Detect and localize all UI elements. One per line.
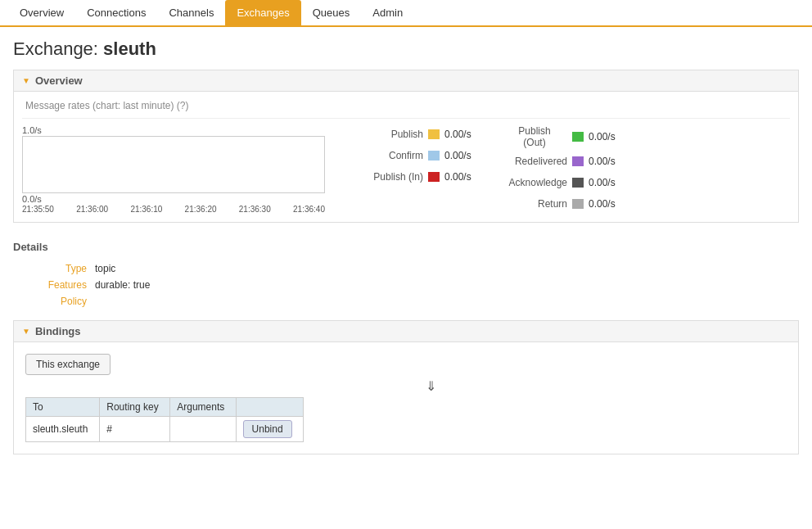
rate-row-confirm: Confirm 0.00/s	[358, 147, 477, 165]
rate-label-publish-out: Publish(Out)	[502, 125, 567, 149]
rate-label-publish: Publish	[358, 129, 423, 140]
bindings-col-to: To	[26, 398, 100, 417]
details-key-features: Features	[21, 279, 87, 291]
rate-color-publish-in	[428, 172, 440, 182]
rate-label-publish-in: Publish (In)	[358, 171, 423, 183]
overview-section-header: ▼ Overview	[14, 70, 798, 92]
nav-connections[interactable]: Connections	[75, 0, 157, 25]
rate-color-redelivered	[572, 156, 584, 166]
page-content: Exchange: sleuth ▼ Overview Message rate…	[0, 27, 812, 477]
overview-triangle: ▼	[22, 76, 30, 85]
rate-row-redelivered: Redelivered 0.00/s	[502, 152, 621, 170]
rate-row-publish-out: Publish(Out) 0.00/s	[502, 125, 621, 149]
bindings-col-action	[236, 398, 303, 417]
nav-overview[interactable]: Overview	[8, 0, 75, 25]
bindings-section-header: ▼ Bindings	[14, 321, 798, 342]
rate-col-right: Publish(Out) 0.00/s Redelivered 0.00/s A…	[502, 125, 621, 213]
bindings-col-routing-key: Routing key	[100, 398, 170, 417]
page-title: Exchange: sleuth	[13, 38, 799, 60]
details-key-type: Type	[21, 263, 87, 274]
details-row-type: Type topic	[21, 263, 799, 274]
this-exchange-button[interactable]: This exchange	[25, 354, 111, 375]
overview-section-body: Message rates (chart: last minute) (?) 1…	[14, 92, 798, 222]
chart-y-top: 1.0/s	[22, 125, 341, 135]
details-table: Type topic Features durable: true Policy	[21, 263, 799, 307]
rate-color-publish-out	[572, 132, 584, 142]
details-key-policy: Policy	[21, 296, 87, 307]
binding-to: sleuth.sleuth	[26, 417, 100, 442]
rate-color-publish	[428, 129, 440, 139]
bindings-section: ▼ Bindings This exchange ⇓ To Routing ke…	[13, 320, 799, 454]
details-title: Details	[13, 237, 799, 256]
details-row-policy: Policy	[21, 296, 799, 307]
nav-channels[interactable]: Channels	[157, 0, 225, 25]
binding-arguments	[170, 417, 236, 442]
rate-label-redelivered: Redelivered	[502, 156, 567, 167]
rate-col-left: Publish 0.00/s Confirm 0.00/s Publish (I…	[358, 125, 477, 213]
rate-value-redelivered: 0.00/s	[589, 156, 621, 167]
bindings-table-header-row: To Routing key Arguments	[26, 398, 304, 417]
rate-row-publish: Publish 0.00/s	[358, 125, 477, 143]
arrow-down-icon: ⇓	[74, 378, 787, 394]
rate-value-publish: 0.00/s	[444, 129, 477, 140]
unbind-button[interactable]: Unbind	[243, 420, 292, 438]
chart-box	[22, 136, 325, 193]
rate-color-confirm	[428, 151, 440, 161]
rates-container: 1.0/s 0.0/s 21:35:50 21:36:00 21:36:10 2…	[22, 125, 790, 214]
bindings-table: To Routing key Arguments sleuth.sleuth #…	[25, 397, 304, 442]
rate-row-acknowledge: Acknowledge 0.00/s	[502, 174, 621, 192]
binding-action-cell: Unbind	[236, 417, 303, 442]
bindings-col-arguments: Arguments	[170, 398, 236, 417]
details-val-type: topic	[95, 263, 115, 274]
binding-routing-key: #	[100, 417, 170, 442]
rate-row-publish-in: Publish (In) 0.00/s	[358, 168, 477, 186]
bindings-body: This exchange ⇓ To Routing key Arguments…	[14, 342, 798, 454]
nav-admin[interactable]: Admin	[361, 0, 414, 25]
rate-color-return	[572, 199, 584, 209]
rate-row-return: Return 0.00/s	[502, 195, 621, 213]
bindings-section-label: Bindings	[35, 325, 81, 337]
details-val-features: durable: true	[95, 279, 150, 291]
chart-area: 1.0/s 0.0/s 21:35:50 21:36:00 21:36:10 2…	[22, 125, 341, 214]
bindings-triangle: ▼	[22, 327, 30, 336]
chart-y-bottom: 0.0/s	[22, 194, 341, 204]
table-row: sleuth.sleuth # Unbind	[26, 417, 304, 442]
message-rates-label: Message rates (chart: last minute) (?)	[22, 100, 790, 111]
rate-stats: Publish 0.00/s Confirm 0.00/s Publish (I…	[358, 125, 621, 213]
rate-value-publish-in: 0.00/s	[444, 171, 477, 183]
rate-value-acknowledge: 0.00/s	[589, 177, 621, 188]
chart-x-labels: 21:35:50 21:36:00 21:36:10 21:36:20 21:3…	[22, 205, 325, 214]
rate-value-publish-out: 0.00/s	[589, 131, 621, 142]
rate-label-return: Return	[502, 198, 567, 210]
top-nav: Overview Connections Channels Exchanges …	[0, 0, 812, 27]
rate-label-acknowledge: Acknowledge	[502, 177, 567, 188]
rate-value-confirm: 0.00/s	[444, 150, 477, 161]
overview-section: ▼ Overview Message rates (chart: last mi…	[13, 70, 799, 223]
details-row-features: Features durable: true	[21, 279, 799, 291]
details-section: Details Type topic Features durable: tru…	[13, 234, 799, 320]
nav-queues[interactable]: Queues	[301, 0, 362, 25]
rate-value-return: 0.00/s	[589, 198, 621, 210]
nav-exchanges[interactable]: Exchanges	[225, 0, 300, 25]
rate-color-acknowledge	[572, 178, 584, 188]
rate-label-confirm: Confirm	[358, 150, 423, 161]
overview-section-label: Overview	[35, 75, 83, 87]
